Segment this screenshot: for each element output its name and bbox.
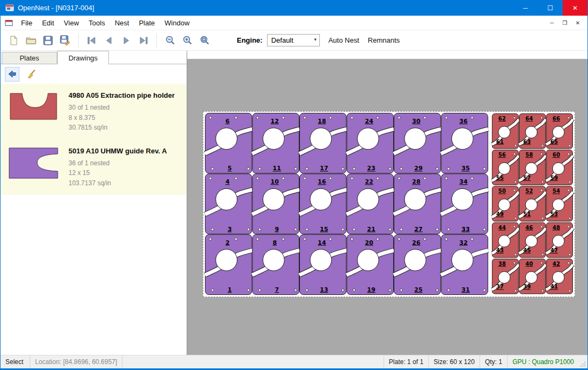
svg-text:16: 16: [318, 178, 326, 185]
svg-text:11: 11: [273, 165, 281, 172]
toolbar-separator: [156, 33, 157, 48]
next-plate-button[interactable]: [118, 32, 135, 49]
svg-text:6: 6: [225, 118, 230, 125]
drawing-thumbnail-red: [8, 90, 60, 122]
drawing-title: 4980 A05 Extraction pipe holder: [69, 91, 175, 99]
svg-text:22: 22: [365, 178, 373, 185]
engine-value: Default: [271, 36, 293, 44]
svg-text:21: 21: [367, 226, 375, 233]
menu-file[interactable]: File: [16, 16, 37, 30]
child-minimize-button[interactable]: ─: [545, 17, 558, 28]
svg-text:5: 5: [228, 165, 232, 172]
menu-tools[interactable]: Tools: [84, 16, 110, 30]
svg-text:3: 3: [228, 226, 232, 233]
svg-text:9: 9: [275, 226, 279, 233]
engine-select[interactable]: Default ▾: [267, 34, 320, 46]
svg-text:51: 51: [523, 211, 531, 217]
import-drawing-button[interactable]: [5, 67, 19, 82]
app-window: OpenNest - [N0317-004] ─ ☐ ✕ File Edit V…: [0, 0, 588, 370]
svg-text:59: 59: [550, 175, 558, 181]
open-button[interactable]: [22, 32, 39, 49]
svg-text:36: 36: [460, 118, 468, 125]
zoom-in-button[interactable]: [179, 32, 196, 49]
tab-plates-label: Plates: [19, 54, 39, 62]
svg-text:40: 40: [525, 261, 533, 267]
new-file-icon: [9, 36, 18, 45]
status-bar: Select Location: [84.8696, 60.6957] Plat…: [1, 355, 587, 368]
drawing-nested-count: 36 of 1 nested: [69, 158, 167, 169]
broom-icon: [26, 69, 36, 79]
svg-text:47: 47: [550, 247, 558, 253]
svg-text:60: 60: [552, 152, 560, 158]
last-plate-button[interactable]: [135, 32, 152, 49]
canvas-top-strip: [187, 51, 587, 59]
first-plate-button[interactable]: [83, 32, 100, 49]
next-arrow-icon: [121, 36, 132, 45]
new-button[interactable]: [5, 32, 22, 49]
child-minimize-icon: ─: [550, 20, 553, 26]
svg-text:32: 32: [460, 239, 468, 246]
svg-text:57: 57: [523, 175, 531, 181]
window-controls: ─ ☐ ✕: [513, 0, 587, 16]
close-icon: ✕: [572, 4, 578, 12]
svg-text:26: 26: [412, 239, 421, 246]
svg-text:56: 56: [498, 152, 506, 158]
svg-text:52: 52: [525, 188, 533, 194]
list-item-drawing-2[interactable]: 5019 A10 UHMW guide Rev. A 36 of 1 neste…: [1, 139, 187, 195]
save-button[interactable]: [39, 32, 57, 49]
child-restore-button[interactable]: ❐: [558, 17, 571, 28]
svg-text:49: 49: [496, 211, 504, 217]
child-close-button[interactable]: ✕: [571, 17, 584, 28]
resize-grip[interactable]: [579, 355, 587, 368]
svg-text:24: 24: [365, 118, 374, 125]
minimize-button[interactable]: ─: [513, 0, 538, 16]
svg-text:1: 1: [228, 286, 232, 293]
status-gpu: GPU : Quadro P1000: [508, 355, 579, 368]
menu-nest[interactable]: Nest: [110, 16, 134, 30]
previous-plate-button[interactable]: [100, 32, 118, 49]
remnants-button[interactable]: Remnants: [368, 36, 400, 44]
drawings-toolbar: [1, 64, 187, 84]
drawing-area: 30.7815 sq/in: [69, 123, 175, 133]
menu-edit[interactable]: Edit: [37, 16, 59, 30]
menu-view[interactable]: View: [59, 16, 84, 30]
drawing-info: 5019 A10 UHMW guide Rev. A 36 of 1 neste…: [69, 146, 167, 189]
auto-nest-button[interactable]: Auto Nest: [329, 36, 359, 44]
svg-text:41: 41: [550, 284, 558, 290]
nest-canvas[interactable]: 6512111817242330293635431091615222128273…: [187, 51, 587, 355]
svg-text:23: 23: [367, 165, 375, 172]
menu-plate[interactable]: Plate: [134, 16, 160, 30]
save-as-button[interactable]: [57, 32, 74, 49]
svg-text:37: 37: [496, 284, 504, 290]
svg-text:30: 30: [412, 118, 421, 125]
clean-drawings-button[interactable]: [24, 67, 38, 82]
chevron-down-icon: ▾: [314, 37, 317, 42]
child-window-controls: ─ ❐ ✕: [545, 17, 584, 28]
plate-view[interactable]: 6512111817242330293635431091615222128273…: [203, 111, 575, 297]
zoom-out-button[interactable]: [161, 32, 179, 49]
svg-text:20: 20: [365, 239, 374, 246]
zoom-fit-button[interactable]: [196, 32, 213, 49]
svg-text:2: 2: [225, 239, 230, 246]
status-plate: Plate: 1 of 1: [384, 355, 428, 368]
side-panel: Plates Drawings: [1, 51, 187, 355]
document-window-icon: [5, 19, 13, 27]
list-item-drawing-1[interactable]: 4980 A05 Extraction pipe holder 30 of 1 …: [1, 84, 187, 139]
menu-window[interactable]: Window: [160, 16, 194, 30]
maximize-button[interactable]: ☐: [538, 0, 563, 16]
title-bar: OpenNest - [N0317-004] ─ ☐ ✕: [1, 0, 587, 16]
svg-text:48: 48: [552, 225, 560, 231]
zoom-fit-icon: [200, 35, 210, 45]
status-qty: Qty: 1: [480, 355, 507, 368]
panel-tabs: Plates Drawings: [1, 51, 187, 64]
svg-text:17: 17: [320, 165, 328, 172]
svg-text:10: 10: [271, 178, 279, 185]
status-right-group: Plate: 1 of 1 Size: 60 x 120 Qty: 1 GPU …: [384, 355, 587, 368]
minimize-icon: ─: [523, 4, 528, 12]
drawing-list: 4980 A05 Extraction pipe holder 30 of 1 …: [1, 84, 187, 355]
close-button[interactable]: ✕: [563, 0, 587, 16]
tab-plates[interactable]: Plates: [2, 52, 57, 64]
tab-drawings[interactable]: Drawings: [57, 51, 109, 64]
svg-text:7: 7: [275, 286, 279, 293]
resize-grip-icon: [580, 361, 586, 367]
